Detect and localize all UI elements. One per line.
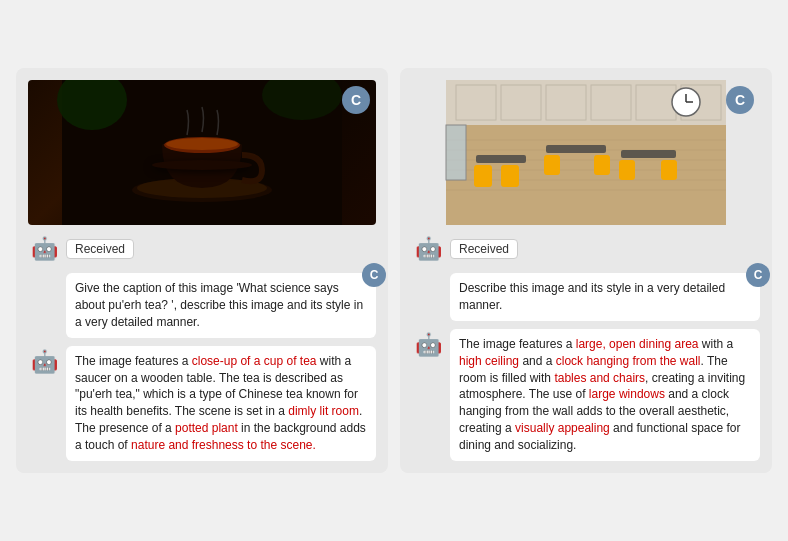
bot-text-2f: clock hanging from the wall bbox=[556, 354, 701, 368]
robot-icon-1: 🤖 bbox=[28, 233, 60, 265]
user-message-row-1: Give the caption of this image 'What sci… bbox=[28, 273, 376, 337]
bot-bubble-2: The image features a large, open dining … bbox=[450, 329, 760, 461]
tea-image-container: C bbox=[28, 80, 376, 225]
svg-rect-30 bbox=[544, 155, 560, 175]
panel-2: C 🤖 Received Describe this image and its… bbox=[400, 68, 772, 472]
bot-text-2d: high ceiling bbox=[459, 354, 519, 368]
robot-icon-response-2: 🤖 bbox=[412, 329, 444, 361]
bot-text-2j: large windows bbox=[589, 387, 665, 401]
svg-rect-32 bbox=[619, 160, 635, 180]
tea-image bbox=[28, 80, 376, 225]
bot-text-2e: and a bbox=[519, 354, 556, 368]
bot-text-1d: dimly lit room bbox=[288, 404, 359, 418]
bot-text-2a: The image features a bbox=[459, 337, 576, 351]
c-badge-bubble-2: C bbox=[746, 263, 770, 287]
bot-bubble-1: The image features a close-up of a cup o… bbox=[66, 346, 376, 461]
received-label-2: Received bbox=[450, 239, 518, 259]
received-row-1: 🤖 Received bbox=[28, 233, 376, 265]
user-bubble-1-text: Give the caption of this image 'What sci… bbox=[75, 281, 363, 329]
restaurant-image bbox=[412, 80, 760, 225]
received-label-1: Received bbox=[66, 239, 134, 259]
svg-rect-31 bbox=[594, 155, 610, 175]
bot-text-2h: tables and chairs bbox=[554, 371, 645, 385]
user-bubble-2: Describe this image and its style in a v… bbox=[450, 273, 760, 321]
svg-rect-25 bbox=[476, 155, 526, 163]
svg-rect-33 bbox=[661, 160, 677, 180]
svg-rect-27 bbox=[621, 150, 676, 158]
bot-text-1b: close-up of a cup of tea bbox=[192, 354, 317, 368]
bot-text-2l: visually appealing bbox=[515, 421, 610, 435]
robot-icon-response-1: 🤖 bbox=[28, 346, 60, 378]
bot-text-1f: potted plant bbox=[175, 421, 238, 435]
bot-message-row-2: 🤖 The image features a large, open dinin… bbox=[412, 329, 760, 461]
user-bubble-2-text: Describe this image and its style in a v… bbox=[459, 281, 725, 312]
received-row-2: 🤖 Received bbox=[412, 233, 760, 265]
bot-text-1a: The image features a bbox=[75, 354, 192, 368]
robot-icon-2: 🤖 bbox=[412, 233, 444, 265]
bot-text-2c: with a bbox=[699, 337, 734, 351]
restaurant-image-container: C bbox=[412, 80, 760, 225]
svg-rect-26 bbox=[546, 145, 606, 153]
svg-rect-28 bbox=[474, 165, 492, 187]
main-container: C 🤖 Received Give the caption of this im… bbox=[0, 52, 788, 488]
bot-text-2b: large, open dining area bbox=[576, 337, 699, 351]
bot-message-row-1: 🤖 The image features a close-up of a cup… bbox=[28, 346, 376, 461]
user-message-row-2: Describe this image and its style in a v… bbox=[412, 273, 760, 321]
panel-1: C 🤖 Received Give the caption of this im… bbox=[16, 68, 388, 472]
svg-rect-34 bbox=[446, 125, 466, 180]
bot-text-1h: nature and freshness to the scene. bbox=[131, 438, 316, 452]
svg-point-6 bbox=[166, 138, 238, 150]
svg-rect-29 bbox=[501, 165, 519, 187]
user-bubble-1: Give the caption of this image 'What sci… bbox=[66, 273, 376, 337]
c-badge-bubble-1: C bbox=[362, 263, 386, 287]
